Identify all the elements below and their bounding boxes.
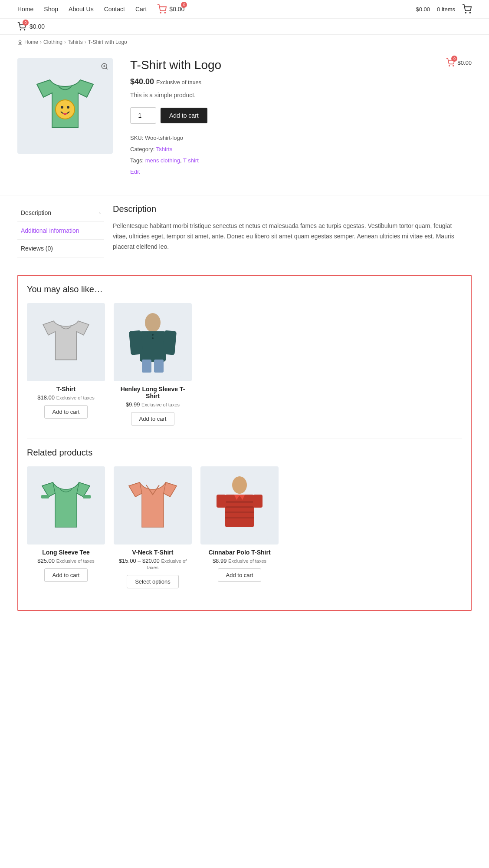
breadcrumb-clothing[interactable]: Clothing [43, 39, 62, 45]
product-title: T-Shirt with Logo [130, 58, 472, 72]
related-btn-2[interactable]: Add to cart [218, 568, 262, 582]
nav-home[interactable]: Home [17, 6, 33, 13]
svg-point-1 [165, 12, 166, 13]
also-like-btn-0[interactable]: Add to cart [44, 405, 88, 419]
tab-additional-info[interactable]: Additional information [17, 222, 104, 240]
tag2-link[interactable]: T shirt [183, 157, 199, 164]
svg-point-19 [145, 313, 161, 332]
also-like-img-0[interactable] [27, 303, 105, 381]
also-like-card-0: T-Shirt $18.00 Exclusive of taxes Add to… [27, 303, 105, 426]
henley-svg [125, 307, 181, 377]
vneck-svg [125, 473, 181, 538]
mini-cart-badge: 0 [23, 20, 29, 26]
tab-description-label: Description [21, 209, 51, 216]
breadcrumb-sep3: › [85, 39, 86, 45]
related-products-title: Related products [27, 448, 462, 458]
nav-shop[interactable]: Shop [44, 6, 58, 13]
also-like-card-1: Henley Long Sleeve T-Shirt $9.99 Exclusi… [114, 303, 192, 426]
breadcrumb-home[interactable]: Home [24, 39, 38, 45]
header-cart-icon-wrap[interactable]: 0 $0.00 [157, 4, 184, 14]
svg-point-5 [24, 30, 25, 30]
related-name-1: V-Neck T-Shirt [114, 549, 192, 556]
svg-point-37 [232, 476, 247, 494]
tag1-link[interactable]: mens clothing [145, 157, 180, 164]
you-may-also-like: You may also like… T-Shirt $18.00 Exclus… [27, 284, 462, 426]
mini-cart-amount: $0.00 [30, 23, 45, 30]
svg-point-11 [61, 106, 63, 109]
header-right: $0.00 0 items [416, 4, 472, 14]
also-like-grid: T-Shirt $18.00 Exclusive of taxes Add to… [27, 303, 462, 426]
svg-point-14 [453, 66, 454, 66]
svg-point-3 [469, 12, 470, 13]
edit-row: Edit [130, 166, 472, 178]
breadcrumb-sep2: › [64, 39, 66, 45]
category-row: Category: Tshirts [130, 144, 472, 155]
tab-description[interactable]: Description › [17, 204, 104, 222]
svg-rect-36 [253, 495, 263, 508]
related-price-0: $25.00 Exclusive of taxes [27, 558, 105, 564]
related-card-2: Cinnabar Polo T-Shirt $8.99 Exclusive of… [200, 466, 279, 588]
header-cart-total: $0.00 [416, 6, 430, 13]
svg-point-23 [152, 334, 154, 336]
quantity-input[interactable] [130, 107, 156, 124]
add-to-cart-button[interactable]: Add to cart [161, 108, 207, 123]
related-btn-0[interactable]: Add to cart [44, 568, 88, 582]
svg-point-24 [152, 337, 154, 339]
nav-contact[interactable]: Contact [104, 6, 125, 13]
mini-cart-icon-wrap[interactable]: 0 [17, 22, 26, 31]
tabs-section: Description › Additional information Rev… [0, 195, 489, 266]
svg-point-12 [67, 106, 69, 109]
breadcrumb-tshirts[interactable]: Tshirts [68, 39, 83, 45]
related-card-0: Long Sleeve Tee $25.00 Exclusive of taxe… [27, 466, 105, 588]
zoom-icon[interactable] [101, 63, 108, 72]
tags-row: Tags: mens clothing, T shirt [130, 155, 472, 166]
product-price: $40.00 Exclusive of taxes [130, 77, 472, 86]
tab-reviews-label: Reviews (0) [21, 245, 53, 252]
related-img-2[interactable] [200, 466, 279, 545]
qty-cart-row: Add to cart [130, 107, 472, 124]
svg-rect-31 [225, 501, 254, 503]
tabs-sidebar: Description › Additional information Rev… [17, 204, 104, 257]
sku-row: SKU: Woo-tshirt-logo [130, 132, 472, 144]
product-cart-float-amount: $0.00 [457, 59, 472, 66]
also-like-btn-1[interactable]: Add to cart [131, 412, 175, 426]
breadcrumb: Home › Clothing › Tshirts › T-Shirt with… [0, 35, 489, 50]
sku-value: Woo-tshirt-logo [145, 135, 183, 141]
mini-cart-bar: 0 $0.00 [0, 19, 489, 35]
product-image [30, 71, 100, 141]
home-icon [17, 40, 23, 45]
header: Home Shop About Us Contact Cart 0 $0.00 … [0, 0, 489, 19]
polo-svg [211, 471, 268, 540]
breadcrumb-sep1: › [40, 39, 42, 45]
product-image-wrap [17, 58, 113, 154]
also-like-img-1[interactable] [114, 303, 192, 381]
svg-rect-27 [83, 495, 91, 498]
sku-label: SKU: [130, 135, 143, 141]
related-img-1[interactable] [114, 466, 192, 545]
svg-rect-35 [217, 495, 226, 508]
product-price-value: $40.00 [130, 77, 154, 86]
header-cart-icon2[interactable] [462, 4, 472, 14]
related-btn-1[interactable]: Select options [127, 575, 179, 588]
related-card-1: V-Neck T-Shirt $15.00 – $20.00 Exclusive… [114, 466, 192, 588]
also-like-price-0: $18.00 Exclusive of taxes [27, 394, 105, 401]
cart-icon [157, 4, 167, 14]
svg-point-4 [20, 30, 21, 30]
category-link[interactable]: Tshirts [156, 146, 173, 152]
tab-reviews[interactable]: Reviews (0) [17, 240, 104, 257]
edit-link[interactable]: Edit [130, 168, 140, 175]
svg-rect-18 [162, 330, 177, 355]
related-img-0[interactable] [27, 466, 105, 545]
main-nav: Home Shop About Us Contact Cart 0 $0.00 [17, 4, 184, 14]
tags-label: Tags: [130, 157, 144, 164]
related-name-2: Cinnabar Polo T-Shirt [200, 549, 279, 556]
section-divider [27, 439, 462, 439]
nav-cart[interactable]: Cart [135, 6, 147, 13]
related-products-grid: Long Sleeve Tee $25.00 Exclusive of taxe… [27, 466, 462, 588]
nav-about[interactable]: About Us [69, 6, 94, 13]
svg-line-7 [106, 68, 107, 69]
also-like-price-1: $9.99 Exclusive of taxes [114, 401, 192, 408]
product-cart-float-icon[interactable]: 0 [446, 58, 455, 67]
svg-point-0 [161, 12, 161, 13]
header-cart-items: 0 items [437, 6, 455, 13]
